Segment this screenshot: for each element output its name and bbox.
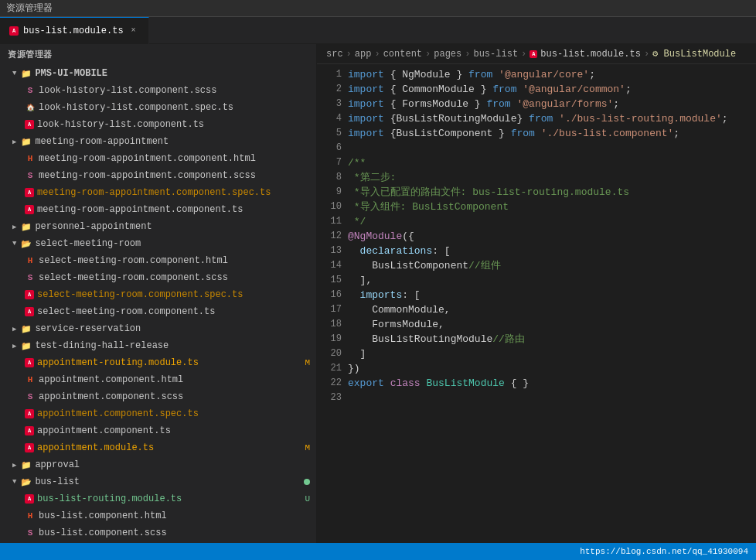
root-folder-icon: 📁	[21, 69, 32, 79]
sidebar-root-folder[interactable]: 📁 PMS-UI-MOBILE	[0, 65, 316, 82]
folder-icon: 📂	[21, 477, 32, 487]
angular-icon: A	[25, 205, 34, 214]
angular-icon: A	[25, 426, 34, 435]
list-item[interactable]: A appointment.module.ts M	[0, 439, 316, 456]
badge-m: M	[305, 358, 316, 367]
scss-icon: S	[25, 528, 36, 538]
code-line	[348, 141, 741, 155]
scss-icon: S	[25, 170, 36, 181]
tab-bar: A bus-list.module.ts ×	[0, 17, 756, 44]
list-item[interactable]: A select-meeting-room.component.ts	[0, 303, 316, 320]
html-icon: H	[25, 510, 36, 521]
sidebar: 资源管理器 📁 PMS-UI-MOBILE S look-history-lis…	[0, 44, 317, 543]
line-number: 14	[323, 258, 342, 273]
line-number: 6	[323, 141, 342, 155]
line-number: 7	[323, 155, 342, 170]
file-label: look-history-list.component.ts	[37, 119, 204, 130]
code-line: export class BusListModule { }	[348, 376, 741, 391]
breadcrumb-pages: pages	[434, 49, 461, 60]
active-tab[interactable]: A bus-list.module.ts ×	[0, 17, 149, 44]
top-bar: 资源管理器	[0, 0, 756, 17]
code-editor[interactable]: 1234567891011121314151617181920212223 im…	[317, 64, 756, 543]
list-item[interactable]: A bus-list-routing.module.ts U	[0, 490, 316, 507]
breadcrumb-file: bus-list.module.ts	[540, 49, 641, 60]
code-line: declarations: [	[348, 244, 741, 258]
list-item[interactable]: S bus-list.component.scss	[0, 524, 316, 541]
list-item[interactable]: 🏠 look-history-list.component.spec.ts	[0, 99, 316, 116]
tab-close-button[interactable]: ×	[128, 26, 139, 36]
file-label: appointment.component.html	[39, 374, 183, 385]
sidebar-item-test-dining[interactable]: 📁 test-dining-hall-release	[0, 337, 316, 354]
sidebar-item-personnel[interactable]: 📁 personnel-appointment	[0, 218, 316, 235]
code-line: *导入组件: BusListComponent	[348, 200, 741, 214]
line-number: 23	[323, 391, 342, 405]
line-number: 22	[323, 376, 342, 391]
sidebar-item-service[interactable]: 📁 service-reservation	[0, 320, 316, 337]
list-item[interactable]: S meeting-room-appointment.component.scs…	[0, 167, 316, 184]
list-item[interactable]: A meeting-room-appointment.component.ts	[0, 201, 316, 218]
code-line: import { CommonModule } from '@angular/c…	[348, 82, 741, 97]
line-number: 9	[323, 185, 342, 200]
scss-icon: S	[25, 391, 36, 402]
list-item[interactable]: S select-meeting-room.component.scss	[0, 269, 316, 286]
badge-m: M	[305, 443, 316, 452]
angular-icon: A	[25, 307, 34, 316]
file-label: select-meeting-room.component.html	[39, 255, 228, 266]
folder-icon: 📁	[21, 460, 32, 470]
code-line: import { NgModule } from '@angular/core'…	[348, 67, 741, 82]
line-number: 17	[323, 302, 342, 317]
sidebar-tree[interactable]: 📁 PMS-UI-MOBILE S look-history-list.comp…	[0, 65, 316, 543]
folder-icon: 📁	[21, 341, 32, 351]
folder-label: approval	[35, 459, 80, 470]
html-icon: H	[25, 374, 36, 385]
list-item[interactable]: H appointment.component.html	[0, 371, 316, 388]
file-label: appointment.component.spec.ts	[37, 408, 199, 419]
code-line: CommonModule,	[348, 302, 741, 317]
folder-label: select-meeting-room	[35, 238, 141, 249]
sidebar-item-bus-list[interactable]: 📂 bus-list	[0, 473, 316, 490]
folder-icon: 📂	[21, 239, 32, 249]
sidebar-title: 资源管理器	[0, 44, 316, 65]
list-item[interactable]: A select-meeting-room.component.spec.ts	[0, 286, 316, 303]
line-number: 12	[323, 229, 342, 244]
breadcrumb-content: content	[383, 49, 422, 60]
angular-icon: A	[25, 494, 34, 504]
list-item[interactable]: H bus-list.component.html	[0, 507, 316, 524]
list-item[interactable]: S appointment.component.scss	[0, 388, 316, 405]
sidebar-item-approval[interactable]: 📁 approval	[0, 456, 316, 473]
line-number: 8	[323, 170, 342, 185]
list-item[interactable]: A appointment-routing.module.ts M	[0, 354, 316, 371]
code-line	[348, 391, 741, 405]
sidebar-item-select-meeting[interactable]: 📂 select-meeting-room	[0, 235, 316, 252]
badge-u: U	[305, 494, 316, 504]
list-item[interactable]: H meeting-room-appointment.component.htm…	[0, 150, 316, 167]
tab-angular-icon: A	[9, 26, 19, 36]
scss-icon: S	[25, 85, 36, 96]
folder-label: service-reservation	[35, 323, 141, 334]
file-label: appointment-routing.module.ts	[37, 357, 199, 368]
list-item[interactable]: H select-meeting-room.component.html	[0, 252, 316, 269]
code-line: BusListComponent//组件	[348, 258, 741, 273]
file-label: appointment.component.scss	[39, 391, 183, 402]
line-number: 20	[323, 347, 342, 361]
code-line: @NgModule({	[348, 229, 741, 244]
list-item[interactable]: A appointment.component.spec.ts	[0, 405, 316, 422]
code-line: import {BusListRoutingModule} from './bu…	[348, 111, 741, 126]
list-item[interactable]: A meeting-room-appointment.component.spe…	[0, 184, 316, 201]
code-line: FormsModule,	[348, 317, 741, 332]
code-line: import {BusListComponent } from './bus-l…	[348, 126, 741, 141]
breadcrumb: src › app › content › pages › bus-list ›…	[317, 44, 756, 64]
code-line: *导入已配置的路由文件: bus-list-routing.module.ts	[348, 185, 741, 200]
code-line: import { FormsModule } from '@angular/fo…	[348, 97, 741, 111]
folder-label: test-dining-hall-release	[35, 340, 169, 351]
line-numbers: 1234567891011121314151617181920212223	[317, 67, 348, 540]
sidebar-item-meeting-room[interactable]: 📁 meeting-room-appointment	[0, 133, 316, 150]
list-item[interactable]: A look-history-list.component.ts	[0, 116, 316, 133]
list-item[interactable]: S look-history-list.component.scss	[0, 82, 316, 99]
line-number: 19	[323, 332, 342, 347]
angular-icon: A	[25, 358, 34, 367]
line-number: 5	[323, 126, 342, 141]
spec-icon: 🏠	[25, 102, 36, 113]
list-item[interactable]: A appointment.component.ts	[0, 422, 316, 439]
code-line: ]	[348, 347, 741, 361]
